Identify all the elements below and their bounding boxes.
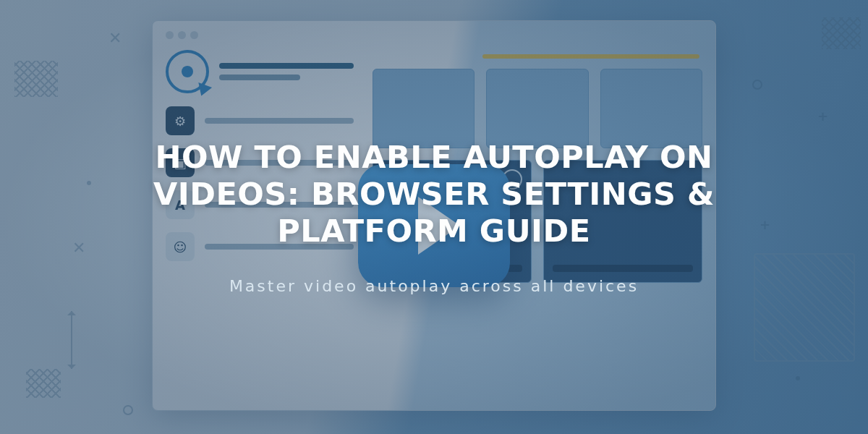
hero-subtitle: Master video autoplay across all devices xyxy=(229,277,639,295)
hero-title: HOW TO ENABLE AUTOPLAY ON VIDEOS: BROWSE… xyxy=(101,139,767,249)
hero-text-block: HOW TO ENABLE AUTOPLAY ON VIDEOS: BROWSE… xyxy=(0,0,868,434)
